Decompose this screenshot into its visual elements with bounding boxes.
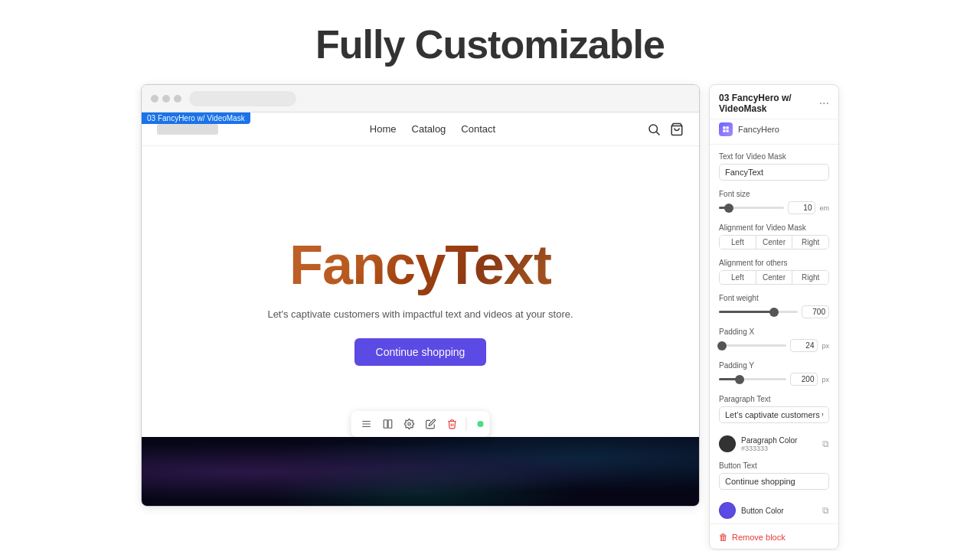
text-video-mask-label: Text for Video Mask	[719, 152, 829, 161]
button-color-row: Button Color ⧉	[719, 502, 829, 519]
settings-panel: 03 FancyHero w/ VideoMask ··· FancyHero …	[709, 84, 839, 549]
padding-y-thumb[interactable]	[735, 375, 744, 384]
cart-icon[interactable]	[670, 122, 684, 136]
padding-y-unit: px	[822, 376, 829, 383]
padding-x-thumb[interactable]	[717, 341, 727, 350]
space-video-section	[142, 437, 699, 506]
browser-dot-3	[174, 95, 181, 103]
browser-dots	[151, 95, 181, 103]
padding-y-section: Padding Y 200 px	[710, 355, 838, 389]
font-size-track[interactable]	[719, 207, 784, 209]
nav-link-home[interactable]: Home	[370, 123, 397, 135]
page-heading: Fully Customizable	[0, 0, 980, 84]
font-weight-section: Font weight 700	[710, 288, 838, 321]
align-others-right[interactable]: Right	[792, 271, 828, 284]
hero-paragraph: Let's captivate customers with impactful…	[267, 308, 573, 320]
align-video-mask-label: Alignment for Video Mask	[719, 223, 829, 232]
svg-point-8	[408, 422, 411, 425]
paragraph-text-input[interactable]	[719, 406, 829, 423]
paragraph-color-hex: #333333	[741, 445, 817, 452]
nav-links: Home Catalog Contact	[370, 123, 495, 135]
font-weight-value: 700	[802, 305, 829, 318]
panel-app-row: FancyHero	[710, 119, 838, 142]
font-size-thumb[interactable]	[724, 204, 733, 213]
padding-x-section: Padding X 24 px	[710, 321, 838, 355]
text-video-mask-section: Text for Video Mask	[710, 146, 838, 184]
align-video-mask-left[interactable]: Left	[720, 236, 756, 249]
padding-y-slider-row: 200 px	[719, 373, 829, 386]
nav-icons	[647, 122, 684, 136]
font-size-section: Font size 10 em	[710, 184, 838, 217]
align-others-label: Alignment for others	[719, 259, 829, 267]
toolbar-delete-btn[interactable]	[443, 415, 462, 433]
app-icon	[719, 122, 733, 136]
align-video-mask-group: Left Center Right	[719, 235, 829, 249]
padding-x-slider-row: 24 px	[719, 339, 829, 352]
browser-url-bar	[189, 91, 296, 106]
section-tab[interactable]: 03 FancyHero w/ VideoMask	[142, 112, 250, 124]
button-text-input[interactable]	[719, 473, 829, 490]
align-video-mask-center[interactable]: Center	[756, 236, 792, 249]
svg-point-0	[649, 125, 658, 133]
toolbar-divider	[466, 417, 467, 431]
paragraph-color-copy[interactable]: ⧉	[822, 439, 829, 449]
button-text-section: Button Text	[710, 455, 838, 493]
toolbar-move-btn[interactable]	[358, 415, 376, 433]
align-others-section: Alignment for others Left Center Right	[710, 253, 838, 288]
padding-y-track[interactable]	[719, 378, 786, 380]
paragraph-color-swatch[interactable]	[719, 435, 736, 452]
padding-x-track[interactable]	[719, 344, 786, 347]
hero-section: FancyText Let's captivate customers with…	[142, 146, 699, 437]
font-size-slider-row: 10 em	[719, 201, 829, 214]
button-color-copy[interactable]: ⧉	[822, 505, 829, 516]
svg-rect-12	[726, 129, 728, 132]
svg-rect-6	[384, 420, 387, 429]
panel-title: 03 FancyHero w/ VideoMask	[719, 93, 819, 114]
browser-dot-1	[151, 95, 158, 103]
font-weight-slider-row: 700	[719, 305, 829, 318]
align-others-left[interactable]: Left	[720, 271, 756, 284]
panel-more-button[interactable]: ···	[819, 96, 829, 110]
font-weight-thumb[interactable]	[769, 308, 779, 317]
remove-block-icon: 🗑	[719, 532, 728, 543]
button-color-section: Button Color ⧉	[710, 493, 838, 522]
button-color-swatch[interactable]	[719, 502, 736, 519]
browser-dot-2	[162, 95, 170, 103]
text-video-mask-input[interactable]	[719, 164, 829, 181]
padding-x-unit: px	[822, 342, 829, 350]
panel-divider-1	[710, 144, 838, 145]
paragraph-text-section: Paragraph Text	[710, 389, 838, 426]
toolbar-layout-btn[interactable]	[379, 415, 397, 433]
align-video-mask-right[interactable]: Right	[792, 236, 828, 249]
toolbar-settings-btn[interactable]	[400, 415, 419, 433]
shop-logo	[157, 124, 218, 135]
svg-rect-10	[726, 126, 728, 129]
align-others-center[interactable]: Center	[756, 271, 792, 284]
button-text-label: Button Text	[719, 461, 829, 470]
nav-link-contact[interactable]: Contact	[461, 123, 495, 135]
svg-rect-11	[723, 129, 725, 132]
toolbar-status-dot	[478, 421, 484, 427]
padding-y-label: Padding Y	[719, 361, 829, 370]
hero-title: FancyText	[289, 233, 551, 296]
paragraph-text-label: Paragraph Text	[719, 395, 829, 403]
svg-rect-7	[388, 420, 392, 429]
panel-divider-2	[710, 523, 838, 524]
continue-shopping-button[interactable]: Continue shopping	[354, 338, 487, 366]
svg-line-1	[656, 132, 659, 135]
paragraph-color-info: Paragraph Color #333333	[741, 436, 817, 452]
font-size-value: 10	[788, 201, 815, 214]
toolbar-edit-btn[interactable]	[422, 415, 440, 433]
space-background	[142, 437, 699, 506]
font-size-label: Font size	[719, 190, 829, 198]
search-icon[interactable]	[647, 122, 661, 136]
svg-rect-9	[723, 126, 725, 129]
paragraph-color-row: Paragraph Color #333333 ⧉	[719, 435, 829, 452]
nav-link-catalog[interactable]: Catalog	[412, 123, 446, 135]
button-color-name: Button Color	[741, 507, 817, 515]
padding-x-value: 24	[790, 339, 818, 352]
padding-y-value: 200	[790, 373, 818, 386]
font-weight-track[interactable]	[719, 311, 798, 313]
button-color-info: Button Color	[741, 507, 817, 515]
remove-block-row[interactable]: 🗑 Remove block	[710, 526, 838, 549]
